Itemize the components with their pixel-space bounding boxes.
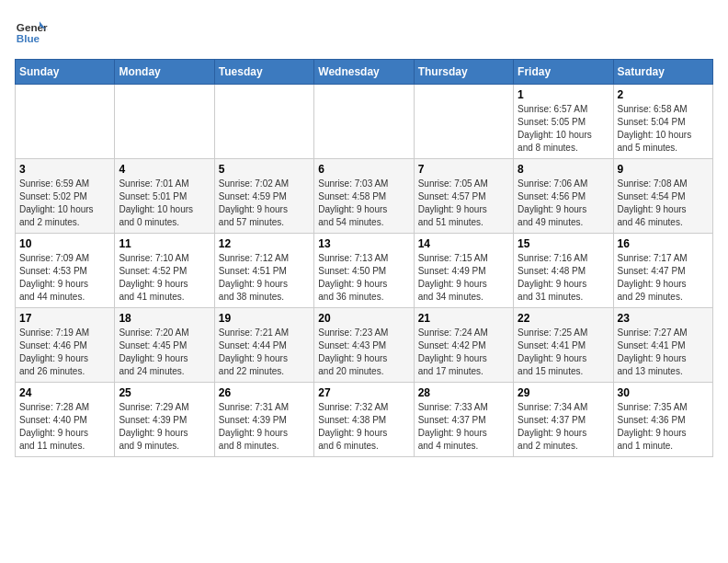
day-info: Sunrise: 6:58 AM Sunset: 5:04 PM Dayligh… [618,103,709,155]
calendar-cell: 16Sunrise: 7:17 AM Sunset: 4:47 PM Dayli… [613,234,712,308]
calendar-cell: 2Sunrise: 6:58 AM Sunset: 5:04 PM Daylig… [613,85,712,159]
calendar-cell [314,85,414,159]
day-info: Sunrise: 7:21 AM Sunset: 4:44 PM Dayligh… [219,327,310,378]
page-header: General Blue [15,15,713,48]
calendar-cell: 6Sunrise: 7:03 AM Sunset: 4:58 PM Daylig… [314,159,414,234]
day-info: Sunrise: 7:09 AM Sunset: 4:53 PM Dayligh… [19,252,110,304]
weekday-header-tuesday: Tuesday [214,60,313,85]
day-number: 24 [19,386,110,399]
day-number: 16 [618,237,709,250]
day-info: Sunrise: 7:15 AM Sunset: 4:49 PM Dayligh… [418,252,509,304]
calendar-cell: 5Sunrise: 7:02 AM Sunset: 4:59 PM Daylig… [214,159,313,234]
logo-icon: General Blue [15,15,48,48]
day-number: 25 [119,386,210,399]
calendar-cell: 7Sunrise: 7:05 AM Sunset: 4:57 PM Daylig… [414,159,513,234]
day-info: Sunrise: 7:17 AM Sunset: 4:47 PM Dayligh… [618,252,709,304]
calendar-cell: 14Sunrise: 7:15 AM Sunset: 4:49 PM Dayli… [414,234,513,308]
weekday-header-saturday: Saturday [613,60,712,85]
day-info: Sunrise: 7:10 AM Sunset: 4:52 PM Dayligh… [119,252,210,304]
day-number: 9 [618,163,709,176]
day-info: Sunrise: 6:59 AM Sunset: 5:02 PM Dayligh… [19,178,110,229]
day-number: 7 [418,163,509,176]
svg-text:Blue: Blue [17,32,40,44]
calendar-cell: 18Sunrise: 7:20 AM Sunset: 4:45 PM Dayli… [115,308,214,383]
calendar-cell [214,85,313,159]
day-number: 28 [418,386,509,399]
calendar-cell: 25Sunrise: 7:29 AM Sunset: 4:39 PM Dayli… [115,383,214,457]
day-info: Sunrise: 7:31 AM Sunset: 4:39 PM Dayligh… [219,401,310,453]
day-info: Sunrise: 7:08 AM Sunset: 4:54 PM Dayligh… [618,178,709,229]
day-number: 21 [418,312,509,325]
calendar-cell: 12Sunrise: 7:12 AM Sunset: 4:51 PM Dayli… [214,234,313,308]
calendar-cell: 13Sunrise: 7:13 AM Sunset: 4:50 PM Dayli… [314,234,414,308]
day-number: 8 [518,163,609,176]
day-number: 1 [518,88,609,101]
day-number: 17 [19,312,110,325]
day-number: 2 [618,88,709,101]
calendar-cell: 23Sunrise: 7:27 AM Sunset: 4:41 PM Dayli… [613,308,712,383]
weekday-header-friday: Friday [514,60,613,85]
day-info: Sunrise: 7:33 AM Sunset: 4:37 PM Dayligh… [418,401,509,453]
calendar-cell: 27Sunrise: 7:32 AM Sunset: 4:38 PM Dayli… [314,383,414,457]
day-info: Sunrise: 7:16 AM Sunset: 4:48 PM Dayligh… [518,252,609,304]
calendar-cell: 15Sunrise: 7:16 AM Sunset: 4:48 PM Dayli… [514,234,613,308]
day-number: 5 [219,163,310,176]
day-info: Sunrise: 7:19 AM Sunset: 4:46 PM Dayligh… [19,327,110,378]
day-number: 10 [19,237,110,250]
calendar-cell [16,85,115,159]
logo: General Blue [15,15,48,48]
weekday-header-sunday: Sunday [16,60,115,85]
calendar-cell: 10Sunrise: 7:09 AM Sunset: 4:53 PM Dayli… [16,234,115,308]
day-number: 14 [418,237,509,250]
day-info: Sunrise: 7:06 AM Sunset: 4:56 PM Dayligh… [518,178,609,229]
calendar-cell: 29Sunrise: 7:34 AM Sunset: 4:37 PM Dayli… [514,383,613,457]
day-number: 22 [518,312,609,325]
day-info: Sunrise: 7:27 AM Sunset: 4:41 PM Dayligh… [618,327,709,378]
day-number: 15 [518,237,609,250]
calendar-cell: 3Sunrise: 6:59 AM Sunset: 5:02 PM Daylig… [16,159,115,234]
day-number: 11 [119,237,210,250]
calendar-cell [115,85,214,159]
weekday-header-thursday: Thursday [414,60,513,85]
calendar-cell [414,85,513,159]
day-number: 6 [318,163,409,176]
day-info: Sunrise: 7:35 AM Sunset: 4:36 PM Dayligh… [618,401,709,453]
day-number: 27 [318,386,409,399]
calendar-cell: 11Sunrise: 7:10 AM Sunset: 4:52 PM Dayli… [115,234,214,308]
calendar-cell: 17Sunrise: 7:19 AM Sunset: 4:46 PM Dayli… [16,308,115,383]
day-info: Sunrise: 7:32 AM Sunset: 4:38 PM Dayligh… [318,401,409,453]
day-info: Sunrise: 7:03 AM Sunset: 4:58 PM Dayligh… [318,178,409,229]
day-info: Sunrise: 6:57 AM Sunset: 5:05 PM Dayligh… [518,103,609,155]
day-number: 13 [318,237,409,250]
day-info: Sunrise: 7:01 AM Sunset: 5:01 PM Dayligh… [119,178,210,229]
day-info: Sunrise: 7:28 AM Sunset: 4:40 PM Dayligh… [19,401,110,453]
calendar-cell: 26Sunrise: 7:31 AM Sunset: 4:39 PM Dayli… [214,383,313,457]
calendar-cell: 20Sunrise: 7:23 AM Sunset: 4:43 PM Dayli… [314,308,414,383]
weekday-header-wednesday: Wednesday [314,60,414,85]
day-info: Sunrise: 7:29 AM Sunset: 4:39 PM Dayligh… [119,401,210,453]
day-number: 23 [618,312,709,325]
day-number: 19 [219,312,310,325]
day-info: Sunrise: 7:24 AM Sunset: 4:42 PM Dayligh… [418,327,509,378]
day-info: Sunrise: 7:12 AM Sunset: 4:51 PM Dayligh… [219,252,310,304]
calendar-cell: 19Sunrise: 7:21 AM Sunset: 4:44 PM Dayli… [214,308,313,383]
calendar-cell: 9Sunrise: 7:08 AM Sunset: 4:54 PM Daylig… [613,159,712,234]
day-info: Sunrise: 7:20 AM Sunset: 4:45 PM Dayligh… [119,327,210,378]
day-number: 26 [219,386,310,399]
day-info: Sunrise: 7:34 AM Sunset: 4:37 PM Dayligh… [518,401,609,453]
calendar-cell: 24Sunrise: 7:28 AM Sunset: 4:40 PM Dayli… [16,383,115,457]
calendar-cell: 22Sunrise: 7:25 AM Sunset: 4:41 PM Dayli… [514,308,613,383]
day-info: Sunrise: 7:13 AM Sunset: 4:50 PM Dayligh… [318,252,409,304]
weekday-header-monday: Monday [115,60,214,85]
day-info: Sunrise: 7:05 AM Sunset: 4:57 PM Dayligh… [418,178,509,229]
day-number: 3 [19,163,110,176]
day-number: 4 [119,163,210,176]
day-number: 29 [518,386,609,399]
calendar-cell: 8Sunrise: 7:06 AM Sunset: 4:56 PM Daylig… [514,159,613,234]
day-number: 30 [618,386,709,399]
day-info: Sunrise: 7:02 AM Sunset: 4:59 PM Dayligh… [219,178,310,229]
calendar-cell: 30Sunrise: 7:35 AM Sunset: 4:36 PM Dayli… [613,383,712,457]
calendar-cell: 4Sunrise: 7:01 AM Sunset: 5:01 PM Daylig… [115,159,214,234]
day-number: 20 [318,312,409,325]
day-number: 18 [119,312,210,325]
